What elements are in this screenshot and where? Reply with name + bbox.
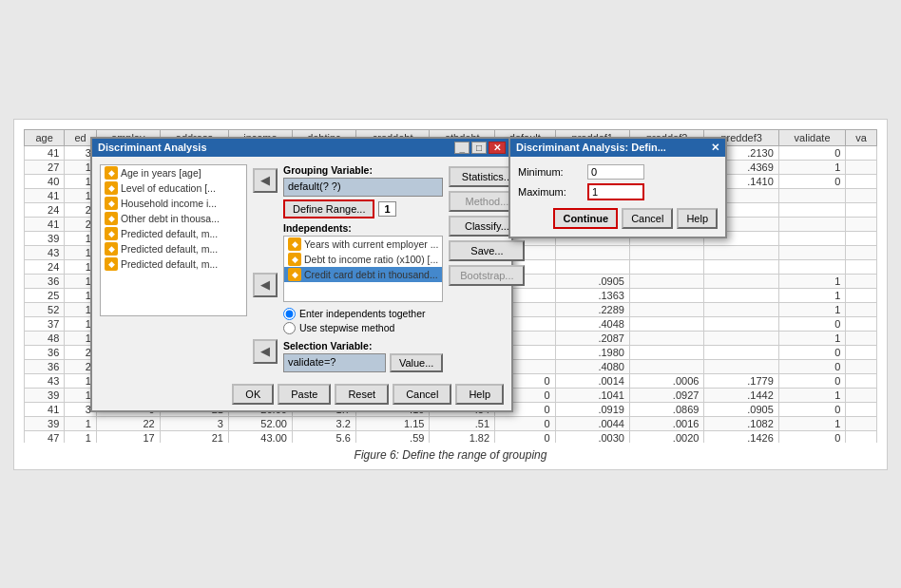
var-item-pred1[interactable]: ◆ Predicted default, m... xyxy=(101,226,246,241)
table-cell: 39 xyxy=(25,416,65,430)
sub-dialog-close[interactable]: ✕ xyxy=(711,142,719,154)
table-cell: 24 xyxy=(25,202,65,217)
table-cell xyxy=(704,331,778,345)
table-cell xyxy=(704,316,778,331)
table-cell xyxy=(555,245,629,259)
table-row: 39122352.003.21.15.510.0044.0016.10821 xyxy=(25,416,877,430)
continue-button[interactable]: Continue xyxy=(553,208,618,229)
table-cell: 41 xyxy=(25,145,65,160)
table-cell xyxy=(846,302,877,316)
table-cell: 39 xyxy=(25,231,65,245)
radio-together-row: Enter independents together xyxy=(283,308,443,320)
table-cell: 1 xyxy=(65,416,96,430)
var-icon-pred2: ◆ xyxy=(105,242,118,256)
sub-dialog-titlebar: Discriminant Analysis: Defin... ✕ xyxy=(510,139,725,157)
var-item-income[interactable]: ◆ Household income i... xyxy=(101,196,246,211)
dialog-bottom-buttons: OK Paste Reset Cancel Help xyxy=(92,380,511,410)
table-cell: 36 xyxy=(25,274,65,288)
table-cell xyxy=(846,430,877,443)
radio-stepwise-label: Use stepwise method xyxy=(299,322,394,333)
main-dialog-body: ◆ Age in years [age] ◆ Level of educatio… xyxy=(92,157,511,380)
radio-together[interactable] xyxy=(283,308,296,320)
value-button[interactable]: Value... xyxy=(390,353,444,372)
ok-button[interactable]: OK xyxy=(232,384,274,405)
table-cell: .0006 xyxy=(629,373,703,388)
dialog-maximize[interactable]: □ xyxy=(471,142,487,154)
arrow-to-independents[interactable]: ◀ xyxy=(253,273,278,297)
indep-item-employ[interactable]: ◆ Years with current employer ... xyxy=(284,237,442,252)
var-icon-othdebt: ◆ xyxy=(105,212,118,225)
sub-dialog-body: Minimum: Maximum: Continue Cancel Help xyxy=(510,157,725,237)
main-dialog-title: Discriminant Analysis xyxy=(98,142,207,153)
reset-button[interactable]: Reset xyxy=(335,384,389,405)
arrow-to-grouping[interactable]: ◀ xyxy=(253,168,278,193)
table-cell: 52.00 xyxy=(228,416,292,430)
table-cell: 1.82 xyxy=(430,430,495,443)
var-item-pred3[interactable]: ◆ Predicted default, m... xyxy=(101,256,246,272)
grouping-label: Grouping Variable: xyxy=(283,164,443,176)
table-cell xyxy=(704,259,778,274)
selection-field[interactable]: validate=? xyxy=(283,353,386,372)
table-cell: 0 xyxy=(778,345,845,359)
dialog-close-icon[interactable]: ✕ xyxy=(489,142,506,154)
paste-button[interactable]: Paste xyxy=(278,384,331,405)
var-icon-ed: ◆ xyxy=(105,181,118,195)
table-cell xyxy=(846,174,877,188)
dialog-minimize[interactable]: _ xyxy=(454,142,470,154)
table-cell: 1 xyxy=(778,331,845,345)
table-cell: 41 xyxy=(25,188,65,202)
table-cell xyxy=(704,274,778,288)
grouping-field[interactable]: default(? ?) xyxy=(283,178,443,197)
var-label-pred3: Predicted default, m... xyxy=(121,258,218,270)
indep-item-debtinc[interactable]: ◆ Debt to income ratio (x100) [... xyxy=(284,252,442,267)
cancel-button[interactable]: Cancel xyxy=(393,384,451,405)
var-label-ed: Level of education [... xyxy=(121,182,216,194)
variable-list[interactable]: ◆ Age in years [age] ◆ Level of educatio… xyxy=(100,164,247,316)
table-cell: 0 xyxy=(778,430,845,443)
table-cell: .0869 xyxy=(629,402,703,416)
define-range-button[interactable]: Define Range... xyxy=(283,199,374,218)
table-cell: .2289 xyxy=(555,302,629,316)
var-item-age[interactable]: ◆ Age in years [age] xyxy=(101,165,246,180)
table-cell xyxy=(846,331,877,345)
var-item-ed[interactable]: ◆ Level of education [... xyxy=(101,180,246,196)
indep-item-creddebt[interactable]: ◆ Credit card debt in thousand... xyxy=(284,267,442,282)
sub-cancel-button[interactable]: Cancel xyxy=(622,208,673,229)
table-cell: .1980 xyxy=(555,345,629,359)
table-cell: 36 xyxy=(25,345,65,359)
table-cell: 0 xyxy=(778,316,845,331)
arrow-to-selection[interactable]: ◀ xyxy=(253,339,278,364)
maximum-input[interactable] xyxy=(587,183,644,200)
table-cell xyxy=(629,259,703,274)
var-item-othdebt[interactable]: ◆ Other debt in thousa... xyxy=(101,211,246,226)
var-item-pred2[interactable]: ◆ Predicted default, m... xyxy=(101,241,246,256)
table-cell: .51 xyxy=(430,416,495,430)
table-cell xyxy=(629,345,703,359)
variable-list-panel: ◆ Age in years [age] ◆ Level of educatio… xyxy=(100,164,247,372)
table-cell: .4080 xyxy=(555,359,629,373)
save-button[interactable]: Save... xyxy=(449,240,525,261)
table-cell xyxy=(629,316,703,331)
sub-help-button[interactable]: Help xyxy=(677,208,718,229)
minimum-input[interactable] xyxy=(587,164,644,180)
table-cell: 1.15 xyxy=(355,416,430,430)
help-button[interactable]: Help xyxy=(455,384,504,405)
table-cell: 41 xyxy=(25,402,65,416)
radio-stepwise[interactable] xyxy=(283,322,296,334)
table-cell: 48 xyxy=(25,331,65,345)
table-cell: .0927 xyxy=(629,388,703,402)
table-cell: .2087 xyxy=(555,331,629,345)
table-cell: 0 xyxy=(778,402,845,416)
table-cell xyxy=(846,145,877,160)
table-cell: 0 xyxy=(778,145,845,160)
right-panel: Grouping Variable: default(? ?) Define R… xyxy=(283,164,443,372)
indep-icon-creddebt: ◆ xyxy=(288,268,301,281)
bootstrap-button[interactable]: Bootstrap... xyxy=(449,265,525,286)
table-cell: 43.00 xyxy=(228,430,292,443)
independents-box[interactable]: ◆ Years with current employer ... ◆ Debt… xyxy=(283,236,443,302)
table-cell xyxy=(555,259,629,274)
table-cell xyxy=(778,202,845,217)
table-cell xyxy=(846,416,877,430)
table-cell: .1041 xyxy=(555,388,629,402)
table-cell xyxy=(846,316,877,331)
